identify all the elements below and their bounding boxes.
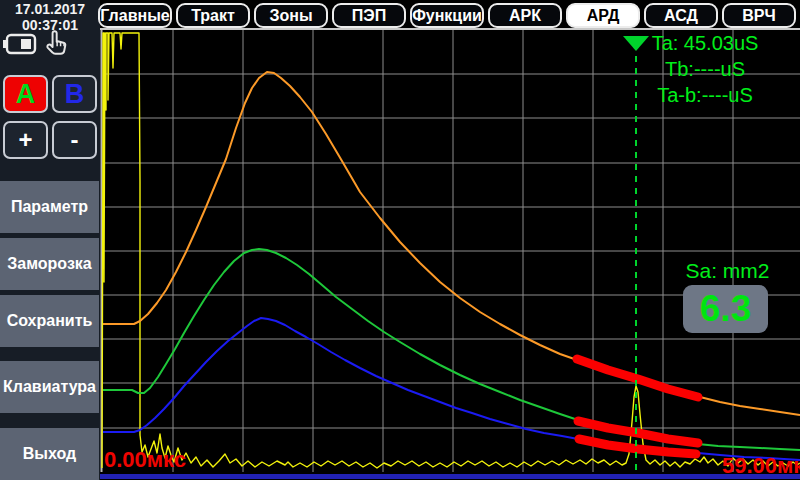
menu-button-exit[interactable]: Выход: [0, 428, 99, 480]
readout-ta-b: Ta-b:----uS: [610, 84, 800, 106]
battery-icon: [2, 32, 38, 60]
menu-button-parameter[interactable]: Параметр: [0, 181, 99, 233]
tab-functions[interactable]: Функции: [410, 3, 484, 28]
left-sidebar: 17.01.2017 00:37:01 A B + - Параметр: [0, 0, 100, 480]
sweep-start-label: 0.00мкс: [104, 447, 186, 473]
tab-vrc[interactable]: ВРЧ: [722, 3, 796, 28]
readout-tb: Tb:----uS: [610, 58, 800, 80]
touch-icon: [42, 28, 70, 64]
decrease-button[interactable]: -: [52, 121, 97, 159]
plot-bottom-border: [100, 474, 800, 479]
tab-main[interactable]: Главные: [98, 3, 172, 28]
menu-button-save[interactable]: Сохранить: [0, 295, 99, 347]
sa-value: 6.3: [700, 288, 751, 330]
channel-b-button[interactable]: B: [52, 75, 97, 113]
tab-ark[interactable]: АРК: [488, 3, 562, 28]
date-text: 17.01.2017: [0, 1, 100, 17]
increase-button[interactable]: +: [3, 121, 48, 159]
menu-button-freeze[interactable]: Заморозка: [0, 238, 99, 290]
readout-ta: Ta: 45.03uS: [610, 32, 800, 54]
flaw-detector-screen: 17.01.2017 00:37:01 A B + - Параметр: [0, 0, 800, 480]
status-icons: [2, 30, 98, 62]
tab-ard-active[interactable]: АРД: [566, 3, 640, 28]
sa-value-box: 6.3: [683, 285, 768, 333]
sa-units-label: Sa: mm2: [655, 259, 800, 283]
tab-tract[interactable]: Тракт: [176, 3, 250, 28]
menu-button-keyboard[interactable]: Клавиатура: [0, 361, 99, 413]
tab-zones[interactable]: Зоны: [254, 3, 328, 28]
tab-asd[interactable]: АСД: [644, 3, 718, 28]
tab-probe[interactable]: ПЭП: [332, 3, 406, 28]
channel-a-button[interactable]: A: [3, 75, 48, 113]
sweep-end-label: 59.00мкс: [722, 453, 800, 479]
